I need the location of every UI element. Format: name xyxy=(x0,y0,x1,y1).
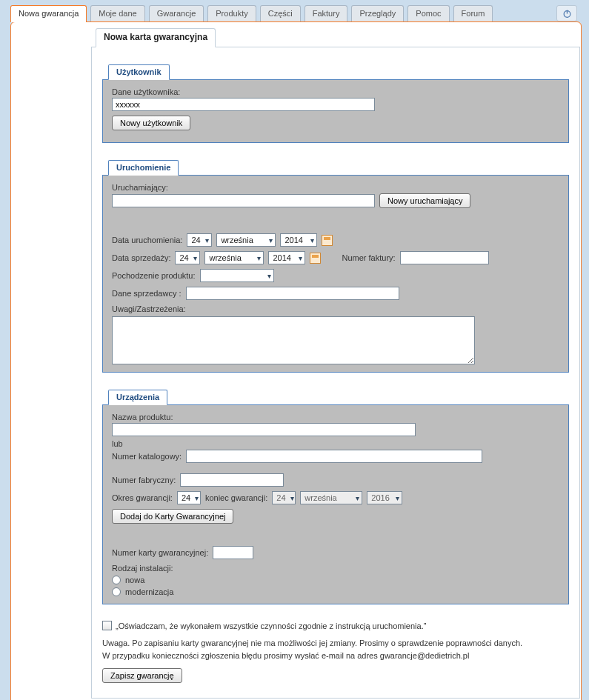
run-date-day-select[interactable]: 24▾ xyxy=(187,233,212,247)
install-new-radio[interactable] xyxy=(112,576,121,584)
product-origin-select[interactable]: ▾ xyxy=(200,269,274,282)
serial-label: Numer fabryczny: xyxy=(112,476,176,484)
chevron-down-icon: ▾ xyxy=(396,494,399,502)
select-value: 2014 xyxy=(273,253,290,262)
select-value: 24 xyxy=(276,493,285,502)
chevron-down-icon: ▾ xyxy=(193,254,197,262)
select-value: września xyxy=(209,253,241,262)
user-data-label: Dane użytkownika: xyxy=(112,87,559,96)
fieldset-devices-legend: Urządzenia xyxy=(108,390,167,405)
select-value: 2014 xyxy=(284,236,302,244)
starter-input[interactable] xyxy=(112,194,375,207)
sale-date-year-select[interactable]: 2014▾ xyxy=(268,251,305,264)
button-label: Nowy uruchamiający xyxy=(387,196,462,205)
tab-label: Części xyxy=(268,9,293,18)
select-value: września xyxy=(305,493,336,502)
chevron-down-icon: ▾ xyxy=(299,254,302,262)
select-value: 24 xyxy=(179,253,188,262)
tab-forum[interactable]: Forum xyxy=(453,5,493,21)
tab-parts[interactable]: Części xyxy=(260,5,301,21)
install-mod-option[interactable]: modernizacja xyxy=(112,587,559,596)
sale-date-day-select[interactable]: 24▾ xyxy=(175,251,200,264)
tab-my-data[interactable]: Moje dane xyxy=(90,5,144,21)
tab-label: Nowa gwarancja xyxy=(19,9,79,18)
select-value: 24 xyxy=(191,236,200,244)
save-warranty-button[interactable]: Zapisz gwarancję xyxy=(102,668,182,683)
tab-warranties[interactable]: Gwarancje xyxy=(149,5,204,21)
note-line-2: W przypadku konieczności zgłoszenia błęd… xyxy=(102,650,569,661)
install-type-label: Rodzaj instalacji: xyxy=(112,564,559,573)
tab-label: Forum xyxy=(462,9,485,18)
tab-label: Gwarancje xyxy=(157,9,196,18)
new-user-button[interactable]: Nowy użytkownik xyxy=(112,116,190,130)
calendar-icon[interactable] xyxy=(322,235,333,246)
run-date-month-select[interactable]: września▾ xyxy=(216,233,276,247)
calendar-icon[interactable] xyxy=(310,253,321,264)
fieldset-user-legend: Użytkownik xyxy=(108,64,170,80)
starter-label: Uruchamiający: xyxy=(112,183,559,192)
card-no-input[interactable] xyxy=(213,546,253,559)
tab-help[interactable]: Pomoc xyxy=(407,5,449,21)
declaration-label: „Oświadczam, że wykonałem wszystkie czyn… xyxy=(116,621,426,630)
tab-invoices[interactable]: Faktury xyxy=(305,5,348,21)
tab-inspections[interactable]: Przeglądy xyxy=(351,5,404,21)
warranty-period-label: Okres gwarancji: xyxy=(112,493,173,502)
tab-label: Pomoc xyxy=(416,9,441,18)
run-date-label: Data uruchomienia: xyxy=(112,236,182,244)
chevron-down-icon: ▾ xyxy=(195,494,199,502)
fieldset-user: Użytkownik Dane użytkownika: Nowy użytko… xyxy=(102,64,569,143)
seller-input[interactable] xyxy=(186,287,399,300)
page-container: Nowa karta gwarancyjna Użytkownik Dane u… xyxy=(10,21,582,700)
fieldset-commissioning-legend: Uruchomienie xyxy=(108,160,179,176)
chevron-down-icon: ▾ xyxy=(356,494,359,502)
chevron-down-icon: ▾ xyxy=(269,236,273,244)
note-line-1: Uwaga. Po zapisaniu karty gwarancyjnej n… xyxy=(102,638,569,649)
tab-label: Moje dane xyxy=(99,9,136,18)
new-starter-button[interactable]: Nowy uruchamiający xyxy=(379,193,470,208)
card-no-label: Numer karty gwarancyjnej: xyxy=(112,548,208,557)
button-label: Dodaj do Karty Gwarancyjnej xyxy=(120,512,225,521)
tab-strip: Nowa gwarancja Moje dane Gwarancje Produ… xyxy=(0,0,589,21)
declaration-checkbox[interactable] xyxy=(102,621,112,630)
fieldset-devices: Urządzenia Nazwa produktu: lub Numer kat… xyxy=(102,389,569,604)
page-title: Nowa karta gwarancyjna xyxy=(96,28,216,47)
install-new-label: nowa xyxy=(125,576,144,584)
or-label: lub xyxy=(112,439,123,448)
invoice-input[interactable] xyxy=(400,251,489,264)
warranty-end-month-select[interactable]: września▾ xyxy=(300,491,362,504)
remarks-textarea[interactable] xyxy=(112,316,475,364)
tab-label: Faktury xyxy=(313,9,340,18)
tab-label: Przeglądy xyxy=(359,9,396,18)
catalog-label: Numer katalogowy: xyxy=(112,452,182,461)
seller-label: Dane sprzedawcy : xyxy=(112,289,182,298)
button-label: Nowy użytkownik xyxy=(120,119,182,127)
install-mod-label: modernizacja xyxy=(125,587,173,596)
main-panel: Użytkownik Dane użytkownika: Nowy użytko… xyxy=(91,47,580,699)
button-label: Zapisz gwarancję xyxy=(110,671,174,680)
origin-label: Pochodzenie produktu: xyxy=(112,271,196,280)
user-data-input[interactable] xyxy=(112,98,375,111)
product-name-label: Nazwa produktu: xyxy=(112,413,559,421)
install-new-option[interactable]: nowa xyxy=(112,576,559,584)
serial-input[interactable] xyxy=(180,473,284,487)
tab-new-warranty[interactable]: Nowa gwarancja xyxy=(10,5,87,22)
select-value: 24 xyxy=(182,493,190,502)
add-to-card-button[interactable]: Dodaj do Karty Gwarancyjnej xyxy=(112,509,233,524)
power-button[interactable] xyxy=(556,5,577,21)
run-date-year-select[interactable]: 2014▾ xyxy=(280,233,317,247)
chevron-down-icon: ▾ xyxy=(310,236,314,244)
warranty-end-year-select[interactable]: 2016▾ xyxy=(367,491,402,504)
select-value: września xyxy=(221,236,253,244)
sale-date-month-select[interactable]: września▾ xyxy=(204,251,264,264)
tab-products[interactable]: Produkty xyxy=(207,5,256,21)
product-name-input[interactable] xyxy=(112,423,416,436)
remarks-label: Uwagi/Zastrzeżenia: xyxy=(112,304,559,313)
install-mod-radio[interactable] xyxy=(112,587,121,596)
chevron-down-icon: ▾ xyxy=(290,494,294,502)
warranty-period-select[interactable]: 24▾ xyxy=(177,491,201,504)
chevron-down-icon: ▾ xyxy=(267,272,271,280)
catalog-input[interactable] xyxy=(186,450,482,463)
invoice-label: Numer faktury: xyxy=(342,253,395,262)
warranty-end-day-select[interactable]: 24▾ xyxy=(272,491,296,504)
sale-date-label: Data sprzedaży: xyxy=(112,253,170,262)
